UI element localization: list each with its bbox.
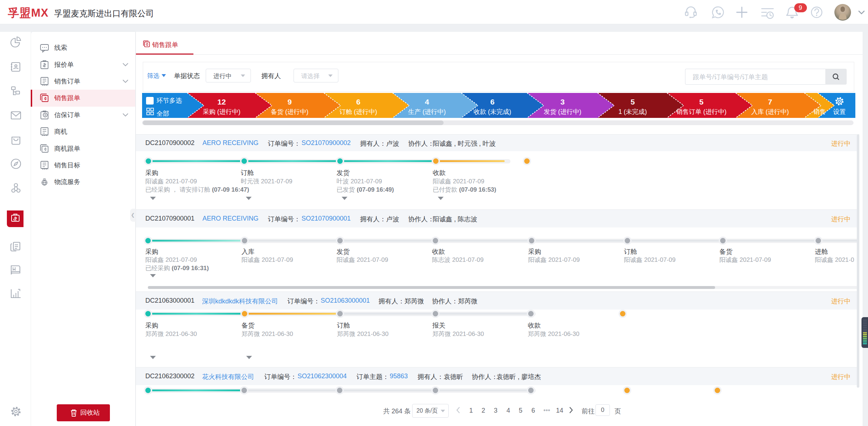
svg-text:5: 5 <box>699 98 704 106</box>
svg-text:12: 12 <box>217 98 226 106</box>
svg-text:全部: 全部 <box>157 110 169 117</box>
svg-text:6: 6 <box>356 98 360 106</box>
svg-text:3: 3 <box>560 98 565 106</box>
svg-text:入库 (进行中): 入库 (进行中) <box>751 108 789 115</box>
svg-text:7: 7 <box>768 98 772 106</box>
svg-text:销售订单 (进行中): 销售订单 (进行中) <box>676 108 726 115</box>
svg-text:环节多选: 环节多选 <box>156 97 182 104</box>
svg-text:收款 (未完成): 收款 (未完成) <box>474 108 511 115</box>
svg-text:备货 (进行中): 备货 (进行中) <box>271 108 308 115</box>
svg-text:采购 (进行中): 采购 (进行中) <box>203 108 240 115</box>
svg-text:1 (未完成): 1 (未完成) <box>619 108 647 115</box>
svg-text:6: 6 <box>490 98 495 106</box>
svg-text:订舱 (进行中): 订舱 (进行中) <box>339 108 377 115</box>
svg-text:5: 5 <box>630 98 635 106</box>
svg-text:销售: 销售 <box>813 108 826 115</box>
svg-text:生产 (进行中): 生产 (进行中) <box>408 108 446 115</box>
svg-text:9: 9 <box>287 98 292 106</box>
svg-text:发货 (进行中): 发货 (进行中) <box>544 108 581 115</box>
svg-text:4: 4 <box>425 98 429 106</box>
svg-text:设置: 设置 <box>833 108 846 115</box>
svg-text:9: 9 <box>799 4 802 11</box>
